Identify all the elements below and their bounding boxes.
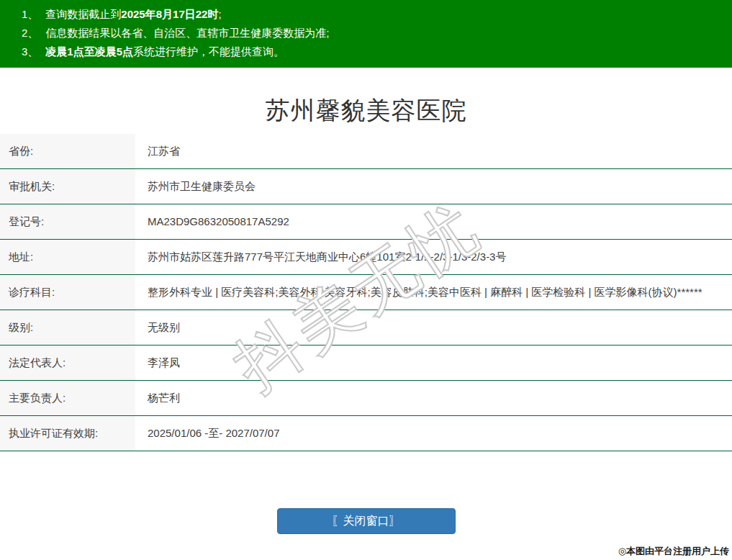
notice-text: 系统进行维护，不能提供查询。 [133,45,284,58]
field-label: 诊疗科目: [0,275,135,310]
notice-text: 信息数据结果以各省、自治区、直辖市卫生健康委数据为准; [45,27,329,39]
table-row-legal-representative: 法定代表人: 李泽凤 [0,346,732,381]
notice-number: 3、 [22,45,38,58]
field-value: 杨芒利 [135,381,732,415]
notice-text: 查询数据截止到 [45,8,121,20]
notice-number: 1、 [22,8,38,20]
field-value: 整形外科专业 | 医疗美容科;美容外科;美容牙科;美容皮肤科;美容中医科 | 麻… [135,275,732,310]
notice-text-bold: 2025年8月17日22时 [121,8,218,20]
field-value: 苏州市姑苏区莲升路777号平江天地商业中心6幢101室2-1/2-2/3-1/3… [135,240,732,274]
notice-item-2: 2、信息数据结果以各省、自治区、直辖市卫生健康委数据为准; [22,24,732,42]
button-area: 〖关闭窗口〗 [0,508,732,534]
close-window-button[interactable]: 〖关闭窗口〗 [277,508,456,534]
field-label: 法定代表人: [0,346,135,380]
table-row-medical-subjects: 诊疗科目: 整形外科专业 | 医疗美容科;美容外科;美容牙科;美容皮肤科;美容中… [0,275,732,310]
field-value: 无级别 [135,310,732,345]
notice-text-bold: 凌晨1点至凌晨5点 [45,45,133,58]
footer-attribution: ◎本图由平台注册用户上传 [618,545,729,558]
field-value: 江苏省 [135,134,732,168]
table-row-main-person-in-charge: 主要负责人: 杨芒利 [0,381,732,416]
notice-number: 2、 [22,27,38,39]
notice-item-1: 1、查询数据截止到2025年8月17日22时; [22,5,732,24]
field-label: 省份: [0,134,135,168]
notice-header: 1、查询数据截止到2025年8月17日22时; 2、信息数据结果以各省、自治区、… [0,0,732,68]
field-value: 2025/01/06 -至- 2027/07/07 [135,416,732,451]
field-label: 主要负责人: [0,381,135,415]
field-label: 登记号: [0,204,135,239]
table-row-province: 省份: 江苏省 [0,134,732,169]
field-label: 审批机关: [0,169,135,204]
field-label: 地址: [0,240,135,274]
field-value: 苏州市卫生健康委员会 [135,169,732,204]
table-row-approval-authority: 审批机关: 苏州市卫生健康委员会 [0,169,732,204]
page-title: 苏州馨貌美容医院 [0,91,732,129]
field-label: 执业许可证有效期: [0,416,135,451]
field-value: 李泽凤 [135,346,732,380]
notice-text: ; [218,8,221,20]
notice-item-3: 3、凌晨1点至凌晨5点系统进行维护，不能提供查询。 [22,42,732,61]
table-row-registration-number: 登记号: MA23D9G8632050817A5292 [0,204,732,240]
table-row-level: 级别: 无级别 [0,310,732,346]
table-row-license-validity: 执业许可证有效期: 2025/01/06 -至- 2027/07/07 [0,416,732,451]
field-label: 级别: [0,310,135,345]
field-value: MA23D9G8632050817A5292 [135,204,732,239]
table-row-address: 地址: 苏州市姑苏区莲升路777号平江天地商业中心6幢101室2-1/2-2/3… [0,240,732,275]
hospital-info-table: 省份: 江苏省 审批机关: 苏州市卫生健康委员会 登记号: MA23D9G863… [0,134,732,451]
